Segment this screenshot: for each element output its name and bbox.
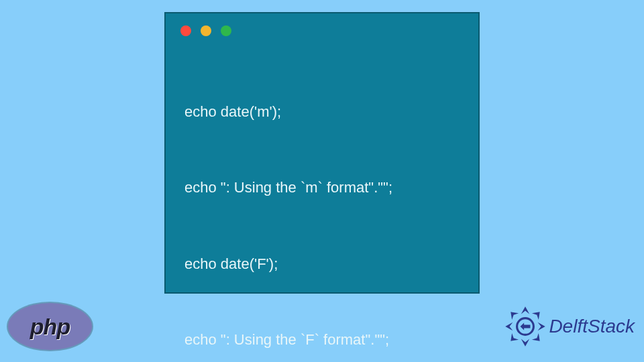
minimize-dot <box>201 25 211 36</box>
code-line: echo ": Using the `m` format".""; <box>184 175 478 200</box>
svg-marker-6 <box>511 333 519 341</box>
svg-marker-3 <box>506 322 513 330</box>
code-block: echo date('m'); echo ": Using the `m` fo… <box>166 36 478 362</box>
php-logo-text: php <box>30 314 70 340</box>
brand-name: DelftStack <box>549 316 635 337</box>
svg-marker-2 <box>521 339 529 347</box>
close-dot <box>180 25 191 36</box>
php-logo: php <box>8 303 92 350</box>
window-controls <box>166 13 478 36</box>
svg-marker-0 <box>521 306 529 314</box>
delftstack-icon <box>504 306 546 347</box>
svg-marker-5 <box>532 333 540 341</box>
svg-marker-9 <box>521 322 531 330</box>
code-line: echo date('F'); <box>184 251 478 277</box>
maximize-dot <box>221 25 231 36</box>
svg-marker-4 <box>532 312 540 320</box>
code-line: echo date('m'); <box>184 99 478 125</box>
brand-logo: DelftStack <box>504 306 635 347</box>
code-line: echo ": Using the `F` format".""; <box>184 327 478 353</box>
svg-marker-7 <box>511 312 519 320</box>
svg-marker-1 <box>538 322 545 330</box>
code-window: echo date('m'); echo ": Using the `m` fo… <box>164 12 480 294</box>
